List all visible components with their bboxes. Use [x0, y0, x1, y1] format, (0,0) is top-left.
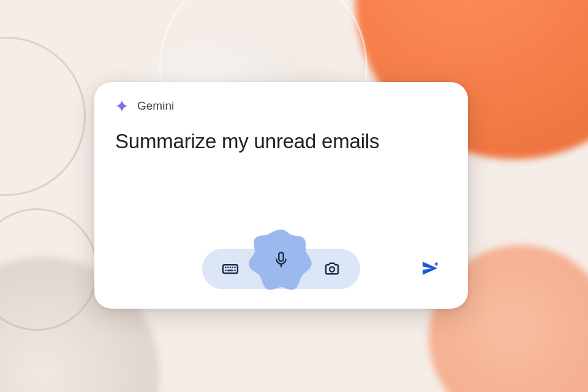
camera-button[interactable] — [318, 255, 345, 282]
card-header: Gemini — [115, 99, 447, 113]
send-button[interactable] — [417, 255, 443, 282]
keyboard-icon — [221, 260, 239, 278]
svg-rect-0 — [223, 265, 238, 273]
action-row — [115, 225, 447, 293]
send-icon — [420, 258, 440, 278]
brand-label: Gemini — [137, 99, 174, 113]
svg-rect-10 — [279, 252, 284, 261]
camera-icon — [323, 260, 341, 278]
gemini-spark-icon — [115, 99, 129, 113]
assistant-card: Gemini Summarize my unread emails — [94, 82, 468, 309]
keyboard-button[interactable] — [217, 255, 244, 282]
microphone-button[interactable] — [244, 223, 318, 296]
prompt-text: Summarize my unread emails — [115, 129, 447, 154]
microphone-icon — [270, 249, 292, 271]
svg-point-9 — [330, 267, 334, 272]
